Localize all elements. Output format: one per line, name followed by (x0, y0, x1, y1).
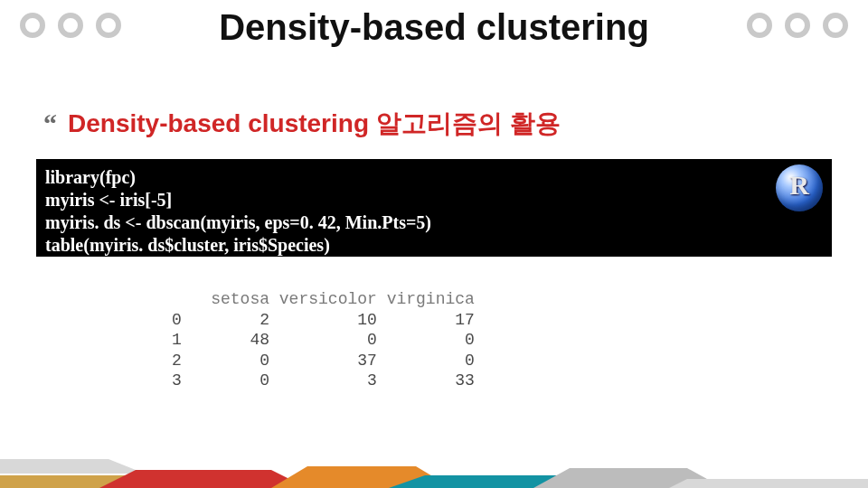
table-row: 1 48 0 0 (172, 331, 475, 349)
svg-marker-6 (669, 479, 868, 488)
table-header: setosa versicolor virginica (172, 290, 475, 308)
r-output-table: setosa versicolor virginica 0 2 10 17 1 … (172, 289, 475, 391)
r-logo-icon: R (776, 164, 823, 211)
table-row: 0 2 10 17 (172, 311, 475, 329)
slide-subtitle: Density-based clustering 알고리즘의 활용 (68, 107, 561, 141)
subtitle-row: “ Density-based clustering 알고리즘의 활용 (43, 107, 561, 141)
footer-deco-icon (0, 448, 868, 488)
code-line: library(fpc) (45, 166, 819, 189)
svg-marker-5 (533, 468, 723, 488)
svg-marker-1 (0, 475, 217, 488)
r-logo-letter: R (776, 170, 823, 201)
quote-bullet-icon: “ (43, 108, 55, 139)
code-line: table(myiris. ds$cluster, iris$Species) (45, 234, 819, 257)
code-line: myiris. ds <- dbscan(myiris, eps=0. 42, … (45, 211, 819, 234)
table-row: 2 0 37 0 (172, 352, 475, 370)
svg-marker-4 (389, 475, 597, 488)
code-block: library(fpc) myiris <- iris[-5] myiris. … (36, 159, 832, 257)
code-line: myiris <- iris[-5] (45, 189, 819, 211)
slide-title: Density-based clustering (0, 7, 868, 48)
svg-marker-2 (99, 470, 307, 488)
svg-marker-3 (271, 466, 452, 488)
svg-marker-0 (0, 459, 145, 488)
table-row: 3 0 3 33 (172, 371, 475, 389)
